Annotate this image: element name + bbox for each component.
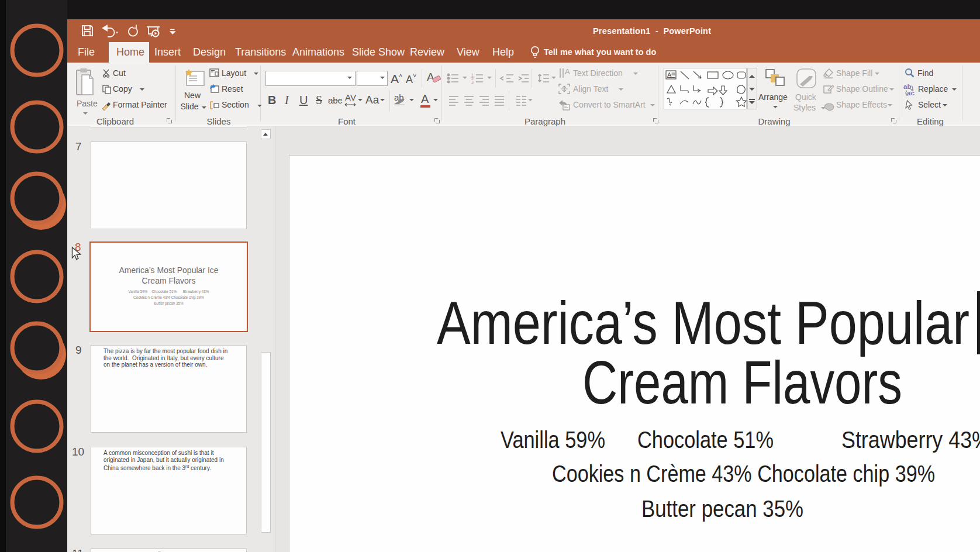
svg-text:Vanilla 59%: Vanilla 59% bbox=[501, 426, 605, 453]
svg-text:Cookies n Crème 43% Chocolate: Cookies n Crème 43% Chocolate chip 39% bbox=[552, 460, 935, 487]
svg-text:Cream Flavors: Cream Flavors bbox=[582, 349, 902, 416]
svg-text:Chocolate 51%: Chocolate 51% bbox=[637, 426, 774, 453]
svg-text:Strawberry 43%: Strawberry 43% bbox=[841, 426, 980, 453]
svg-text:Butter pecan 35%: Butter pecan 35% bbox=[641, 495, 803, 522]
svg-text:3: 3 bbox=[471, 80, 474, 84]
svg-text:America’s Most Popular: America’s Most Popular bbox=[437, 289, 969, 357]
svg-text:A: A bbox=[565, 67, 570, 76]
